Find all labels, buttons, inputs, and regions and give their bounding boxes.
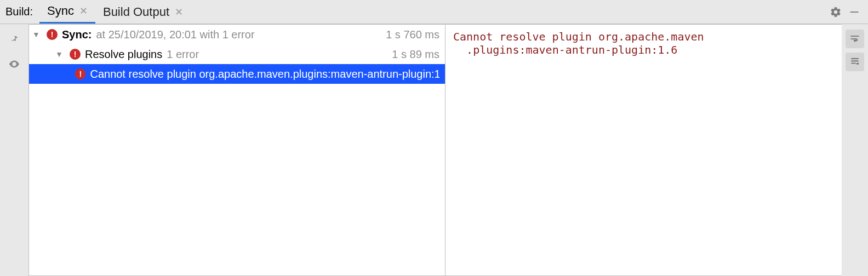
- tree-node-duration: 1 s 760 ms: [386, 28, 439, 41]
- error-details-pane[interactable]: Cannot resolve plugin org.apache.maven .…: [446, 25, 842, 275]
- build-tabbar: Build: Sync ✕ Build Output ✕: [0, 0, 868, 24]
- error-line: Cannot resolve plugin org.apache.maven: [453, 30, 704, 43]
- eye-icon[interactable]: [5, 55, 24, 73]
- tree-node-subtitle: 1 error: [167, 48, 199, 61]
- tree-node-duration: 1 s 89 ms: [392, 48, 439, 61]
- tab-label: Sync: [47, 4, 74, 18]
- chevron-down-icon: ▼: [55, 50, 65, 59]
- tree-node-subtitle: at 25/10/2019, 20:01 with 1 error: [96, 28, 254, 41]
- tab-group: Sync ✕ Build Output ✕: [39, 0, 191, 24]
- wrap-icon[interactable]: [846, 30, 864, 48]
- chevron-down-icon: ▼: [32, 30, 42, 39]
- gear-icon[interactable]: [826, 3, 845, 21]
- error-badge-icon: !: [70, 49, 81, 60]
- main-panel: ▼ ! Sync: at 25/10/2019, 20:01 with 1 er…: [0, 24, 868, 276]
- scroll-to-end-icon[interactable]: [846, 53, 864, 71]
- pin-icon[interactable]: [5, 31, 24, 49]
- tab-sync[interactable]: Sync ✕: [39, 0, 95, 24]
- tree-node-title: Resolve plugins: [85, 48, 162, 61]
- tree-root-sync[interactable]: ▼ ! Sync: at 25/10/2019, 20:01 with 1 er…: [29, 25, 445, 44]
- error-badge-icon: !: [47, 29, 58, 40]
- tree-node-title: Sync:: [62, 28, 92, 41]
- tab-build-output[interactable]: Build Output ✕: [95, 0, 191, 24]
- tree-node-title: Cannot resolve plugin org.apache.maven.p…: [90, 68, 439, 81]
- close-icon[interactable]: ✕: [79, 6, 88, 16]
- close-icon[interactable]: ✕: [175, 7, 183, 17]
- minimize-icon[interactable]: [845, 3, 864, 21]
- tree-node-resolve-plugins[interactable]: ▼ ! Resolve plugins 1 error 1 s 89 ms: [29, 44, 445, 64]
- tree-node-error-selected[interactable]: ! Cannot resolve plugin org.apache.maven…: [29, 64, 445, 84]
- build-label: Build:: [5, 5, 33, 18]
- svg-rect-0: [850, 12, 859, 13]
- left-toolbar: [0, 24, 28, 276]
- tab-label: Build Output: [103, 5, 169, 19]
- error-badge-icon: !: [75, 68, 85, 79]
- error-line: .plugins:maven-antrun-plugin:1.6: [453, 43, 677, 56]
- build-tree[interactable]: ▼ ! Sync: at 25/10/2019, 20:01 with 1 er…: [29, 25, 446, 275]
- right-toolbar: [842, 24, 868, 276]
